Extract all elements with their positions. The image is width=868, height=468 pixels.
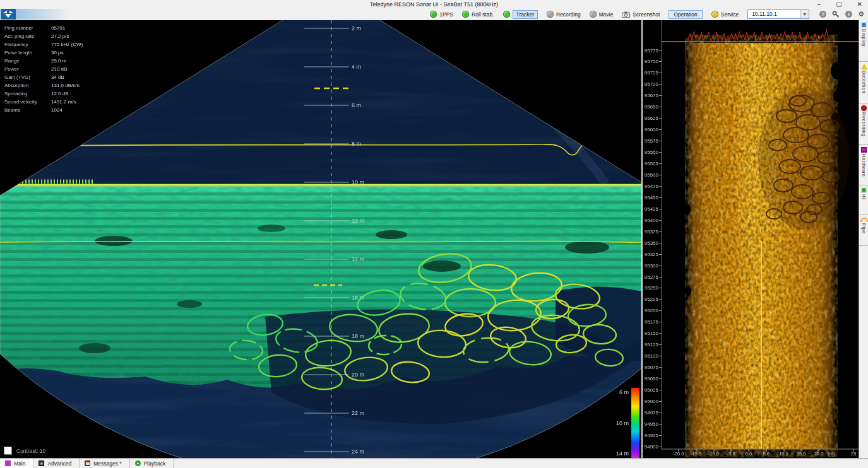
- sonar-info-row: Gain (TVG) 34 dB: [4, 73, 124, 81]
- tab-main[interactable]: Main: [0, 459, 33, 468]
- indicator-recording[interactable]: Recording: [547, 11, 581, 18]
- info-icon[interactable]: i: [845, 11, 852, 18]
- tab-detection[interactable]: Detection: [859, 62, 868, 103]
- range-label: 16 m: [352, 295, 377, 301]
- contrast-checkbox[interactable]: [4, 447, 12, 455]
- tab-pipe[interactable]: Pipe: [859, 214, 868, 246]
- sonar-info-row: Power 210 dB: [4, 65, 124, 73]
- restore-button[interactable]: ▢: [834, 0, 843, 8]
- range-label: 20 m: [352, 371, 377, 378]
- colorbar-label: 6 m: [598, 389, 629, 395]
- contrast-control: Contrast: 10: [4, 447, 45, 455]
- detection-icon: [861, 64, 867, 69]
- operation-button[interactable]: Operation: [669, 10, 702, 19]
- indicator-tracker[interactable]: Tracker: [503, 10, 538, 19]
- ping-tick: 95325: [643, 251, 662, 257]
- range-label: 4 m: [352, 64, 377, 70]
- contrast-label: Contrast: 10: [16, 448, 45, 454]
- ping-tick: 95025: [643, 387, 662, 394]
- sonar-info-row: Ping number 95791: [4, 24, 124, 32]
- main-tab-icon: [5, 460, 11, 466]
- ping-tick: 95150: [643, 331, 662, 337]
- sonar-wedge-display[interactable]: Ping number 95791 Act. ping rate 27.2 p/…: [0, 20, 643, 459]
- toolbar: 1PPS Roll stab. Tracker Recording Movie …: [0, 8, 868, 21]
- gear-icon[interactable]: ⚙: [858, 11, 864, 18]
- movie-led-icon: [590, 11, 597, 18]
- ip-address-value: 10.11.10.1: [748, 10, 800, 18]
- ping-tick: 95000: [643, 398, 662, 404]
- window-title: Teledyne RESON Sonar UI - SeaBat T51 (80…: [370, 1, 498, 8]
- ping-tick: 95475: [643, 183, 662, 189]
- ip-address-select[interactable]: 10.11.10.1 ▼: [747, 9, 809, 19]
- teledyne-logo-icon: [1, 9, 16, 20]
- display-icon: [861, 22, 867, 28]
- indicator-movie[interactable]: Movie: [590, 11, 614, 18]
- waterfall-image: [643, 20, 859, 459]
- ping-tick: 94900: [643, 443, 662, 450]
- messages-tab-icon: [85, 460, 90, 466]
- sonar-info-row: Spreading 12.0 dB: [4, 90, 124, 98]
- indicator-roll-stab[interactable]: Roll stab.: [462, 11, 494, 18]
- depth-colorbar: [631, 388, 639, 459]
- range-label: 24 m: [352, 448, 377, 455]
- indicator-service[interactable]: Service: [711, 11, 739, 18]
- ping-tick: 95725: [643, 70, 662, 76]
- camera-icon: [622, 11, 630, 18]
- x-axis-edge-label: 25: [851, 451, 856, 457]
- sonar-info-row: Beams 1024: [4, 106, 124, 114]
- side-tab-strip: Display Detection Recording Hardware IO …: [859, 20, 868, 459]
- screenshot-button[interactable]: Screenshot: [622, 11, 660, 18]
- pipe-icon: [860, 218, 868, 222]
- tab-messages[interactable]: Messages *: [80, 459, 129, 468]
- help-icon[interactable]: ?: [819, 11, 826, 18]
- tab-playback[interactable]: Playback: [130, 459, 174, 468]
- waterfall-display[interactable]: 95775 95750 95725 95700 95675 95650 9562…: [643, 20, 859, 459]
- ping-tick: 95225: [643, 296, 662, 303]
- tab-advanced[interactable]: Advanced: [33, 459, 80, 468]
- io-icon: [861, 187, 867, 193]
- sonar-info-panel: Ping number 95791 Act. ping rate 27.2 p/…: [4, 24, 124, 114]
- hardware-icon: [861, 147, 867, 153]
- tab-recording[interactable]: Recording: [859, 103, 868, 145]
- indicator-1pps[interactable]: 1PPS: [430, 11, 453, 18]
- sonar-info-row: Absorption 131.0 dB/km: [4, 81, 124, 90]
- x-axis-label: 15.0: [793, 451, 809, 457]
- chevron-down-icon[interactable]: ▼: [800, 10, 809, 18]
- ping-tick: 95525: [643, 161, 662, 167]
- sonar-info-row: Range 25.0 m: [4, 57, 124, 65]
- colorbar-label: 10 m: [598, 420, 629, 426]
- ping-tick: 95400: [643, 217, 662, 223]
- sonar-info-row: Frequency 775 kHz (CW): [4, 40, 124, 49]
- ping-tick: 95450: [643, 194, 662, 201]
- range-label: 6 m: [352, 102, 377, 108]
- range-label: 14 m: [352, 256, 377, 262]
- range-label: 22 m: [352, 410, 377, 416]
- ping-tick: 95350: [643, 240, 662, 246]
- tracker-chip[interactable]: Tracker: [513, 10, 538, 19]
- x-axis-label: 10.0: [776, 451, 792, 457]
- ping-tick: 95100: [643, 353, 662, 360]
- window-controls: – ▢ ✕: [816, 0, 864, 8]
- sonar-info-row: Sound velocity 1491.2 m/s: [4, 98, 124, 106]
- range-label: 12 m: [352, 218, 377, 224]
- roll-stab-led-icon: [462, 11, 469, 18]
- ping-tick: 95650: [643, 104, 662, 110]
- range-label: 2 m: [352, 25, 377, 32]
- minimize-button[interactable]: –: [816, 0, 823, 8]
- tab-hardware[interactable]: Hardware: [859, 145, 868, 185]
- ping-tick: 95425: [643, 206, 662, 212]
- ping-tick: 95500: [643, 172, 662, 178]
- tab-display[interactable]: Display: [859, 20, 868, 62]
- x-axis-label: -15.0: [688, 451, 705, 457]
- logo-fade: [16, 9, 69, 20]
- close-button[interactable]: ✕: [855, 0, 864, 8]
- recording-icon: [861, 105, 867, 111]
- bottom-tab-bar: Main Advanced Messages * Playback: [0, 458, 868, 468]
- toolbar-icons: ? i ⚙: [819, 11, 864, 18]
- range-label: 8 m: [352, 141, 377, 147]
- tab-io[interactable]: IO: [859, 185, 868, 214]
- ping-tick: 95275: [643, 274, 662, 280]
- ping-tick: 95175: [643, 319, 662, 325]
- key-icon[interactable]: [832, 11, 840, 18]
- ping-tick: 94950: [643, 421, 662, 427]
